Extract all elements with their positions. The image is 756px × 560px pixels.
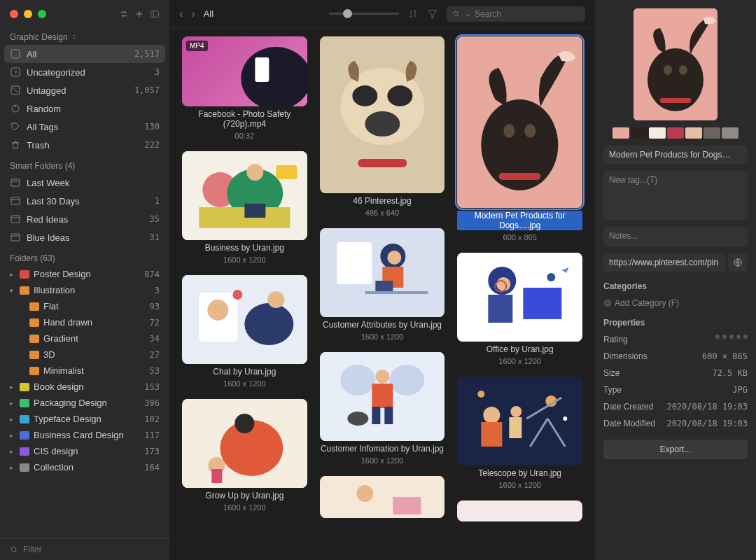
svg-rect-64 [393, 497, 421, 514]
color-swatch[interactable] [612, 127, 629, 139]
svg-rect-11 [11, 197, 20, 204]
window-controls [0, 0, 169, 28]
open-url-button[interactable] [728, 253, 748, 272]
add-category-button[interactable]: Add Category (F) [603, 298, 748, 308]
svg-point-68 [525, 124, 536, 138]
url-field[interactable]: https://www.pinterest.com/pin [603, 253, 725, 272]
card-item[interactable]: Grow Up by Uran.jpg 1600 x 1200 [182, 399, 307, 512]
swap-icon[interactable] [119, 9, 129, 19]
card-title: Modern Pet Products for Dogs….jpg [457, 211, 582, 230]
notes-field[interactable]: Notes... [603, 227, 748, 246]
card-item[interactable] [320, 476, 445, 518]
svg-point-67 [504, 124, 515, 138]
chevron-down-icon: ⌄ [465, 10, 470, 18]
folder-child-item[interactable]: Minimalist53 [0, 363, 169, 379]
export-button[interactable]: Export... [603, 440, 748, 459]
card-item[interactable]: Telescope by Uran.jpg 1600 x 1200 [457, 377, 582, 489]
updown-icon [71, 34, 78, 41]
folder-child-item[interactable]: Flat93 [0, 298, 169, 314]
svg-point-76 [547, 273, 556, 281]
sidebar-toggle-icon[interactable] [150, 9, 160, 19]
gallery-column: MP4 Facebook - Photo Safety (720p).mp4 0… [182, 36, 307, 552]
categories-heading: Categories [603, 281, 748, 291]
maximize-window[interactable] [38, 10, 46, 18]
search-input[interactable] [475, 9, 580, 19]
sort-icon[interactable] [407, 8, 419, 20]
svg-line-18 [15, 551, 17, 552]
card-title: Business by Uran.jpg [205, 243, 284, 253]
card-meta: 1600 x 1200 [498, 357, 541, 365]
color-swatch[interactable] [631, 127, 648, 139]
svg-point-33 [244, 303, 293, 345]
card-item[interactable]: 46 Pinterest.jpg 486 x 640 [320, 36, 445, 217]
folder-item[interactable]: ▸Business Card Design117 [0, 427, 169, 443]
toolbar: ‹ › All ⌄ [169, 0, 595, 28]
preview-thumbnail [634, 8, 718, 120]
card-meta: 600 x 865 [503, 233, 537, 241]
svg-point-21 [241, 47, 307, 106]
color-swatch[interactable] [704, 127, 720, 139]
folders-heading: Folders (63) [0, 246, 169, 266]
inspector-panel: Modern Pet Products for Dogs… New tag...… [595, 0, 756, 560]
filter-icon[interactable] [427, 8, 438, 20]
folder-item[interactable]: ▸CIS design173 [0, 443, 169, 459]
forward-button[interactable]: › [191, 8, 195, 20]
svg-rect-15 [11, 234, 20, 241]
color-swatch[interactable] [685, 127, 702, 139]
name-field[interactable]: Modern Pet Products for Dogs… [603, 146, 748, 164]
card-item[interactable]: Modern Pet Products for Dogs….jpg 600 x … [457, 36, 582, 241]
svg-point-35 [232, 290, 242, 300]
library-dropdown[interactable]: Graphic Design [0, 28, 169, 45]
svg-text:?: ? [14, 69, 18, 76]
folder-child-item[interactable]: Hand drawn72 [0, 314, 169, 330]
svg-rect-22 [255, 57, 269, 82]
svg-rect-48 [337, 242, 372, 284]
folder-child-item[interactable]: 3D27 [0, 346, 169, 363]
smart-folder-item[interactable]: Red Ideas35 [0, 210, 169, 228]
folder-item[interactable]: ▸Collection164 [0, 459, 169, 475]
color-swatch[interactable] [722, 127, 738, 139]
svg-point-44 [387, 85, 412, 106]
sidebar-item-uncategorized[interactable]: ?Uncategorized3 [0, 63, 169, 81]
sidebar-item-all[interactable]: All2,517 [4, 45, 165, 63]
smart-folder-item[interactable]: Last Week [0, 174, 169, 192]
thumbnail-size-slider[interactable] [329, 13, 399, 15]
svg-rect-60 [384, 407, 393, 424]
color-swatch[interactable] [649, 127, 666, 139]
folder-item[interactable]: ▸Packaging Design396 [0, 395, 169, 411]
back-button[interactable]: ‹ [179, 8, 183, 20]
tags-field[interactable]: New tag...(T) [603, 171, 748, 220]
card-item[interactable]: Chat by Uran.jpg 1600 x 1200 [182, 275, 307, 388]
rating-stars[interactable] [715, 335, 748, 344]
sidebar-item-all-tags[interactable]: All Tags130 [0, 118, 169, 136]
close-window[interactable] [10, 10, 18, 18]
card-item[interactable]: Office by Uran.jpg 1600 x 1200 [457, 253, 582, 365]
card-title: Chat by Uran.jpg [213, 367, 276, 377]
smart-folder-item[interactable]: Blue Ideas31 [0, 228, 169, 246]
sidebar-list: All2,517?Uncategorized3Untagged1,057Rand… [0, 45, 169, 538]
folder-item[interactable]: ▾Illustration3 [0, 282, 169, 298]
svg-point-38 [234, 414, 254, 433]
sidebar-item-untagged[interactable]: Untagged1,057 [0, 81, 169, 99]
filter-input[interactable] [23, 545, 160, 554]
folder-child-item[interactable]: Gradient34 [0, 330, 169, 346]
minimize-window[interactable] [24, 10, 32, 18]
folder-item[interactable]: ▸Book design153 [0, 379, 169, 395]
smart-folders-heading: Smart Folders (4) [0, 154, 169, 174]
search-box[interactable]: ⌄ [447, 6, 585, 22]
sidebar-item-trash[interactable]: Trash222 [0, 136, 169, 154]
folder-item[interactable]: ▸Typeface Design102 [0, 411, 169, 427]
filter-bar [0, 538, 169, 560]
color-swatch[interactable] [667, 127, 684, 139]
card-item[interactable] [457, 500, 582, 522]
folder-item[interactable]: ▸Poster Design874 [0, 266, 169, 282]
card-item[interactable]: Business by Uran.jpg 1600 x 1200 [182, 151, 307, 264]
card-item[interactable]: Customer Infomation by Uran.jpg 1600 x 1… [320, 352, 445, 465]
sidebar-item-random[interactable]: Random [0, 99, 169, 118]
svg-point-26 [246, 164, 263, 181]
smart-folder-item[interactable]: Last 30 Days1 [0, 192, 169, 210]
card-item[interactable]: MP4 Facebook - Photo Safety (720p).mp4 0… [182, 36, 307, 140]
search-icon [452, 10, 461, 18]
add-icon[interactable] [134, 9, 144, 19]
card-item[interactable]: Customer Attributes by Uran.jpg 1600 x 1… [320, 228, 445, 341]
